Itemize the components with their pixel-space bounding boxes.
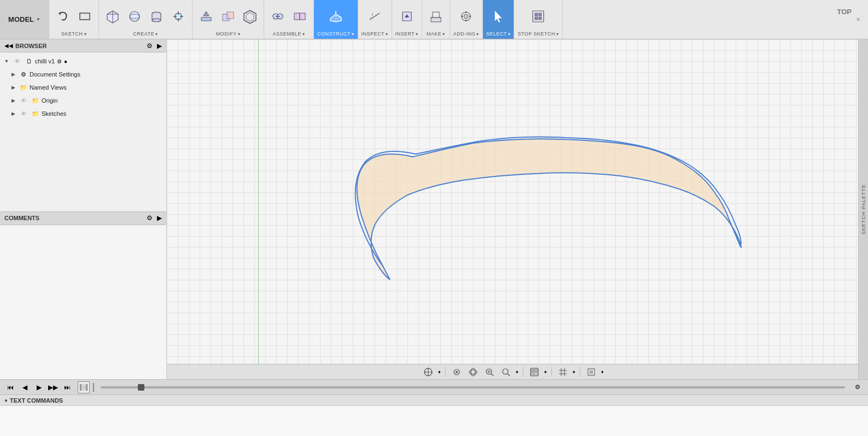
bottom-toolbar: ▾ ▾ ▾ ▾ [167, 364, 858, 379]
tree-item-root[interactable]: ▼ 👁 🗋 chilli v1 ⚙ ● [0, 55, 166, 68]
doc-settings-arrow: ▶ [9, 70, 18, 79]
svg-rect-73 [532, 373, 534, 375]
svg-rect-37 [431, 17, 441, 22]
svg-point-5 [130, 11, 139, 21]
toolbar-addins: ADD-INS ▾ [450, 0, 483, 39]
comments-title: COMMENTS [4, 215, 39, 221]
svg-rect-80 [590, 370, 593, 374]
svg-rect-50 [539, 13, 541, 16]
sketches-label: Sketches [42, 110, 66, 117]
zoom-dropdown[interactable]: ▾ [516, 369, 519, 375]
undo-button[interactable] [53, 3, 73, 30]
create-icons [102, 2, 189, 30]
root-doc-icon: 🗋 [24, 56, 34, 66]
sketches-eye-icon[interactable]: 👁 [19, 109, 28, 119]
toolbar-insert: INSERT ▾ [392, 0, 422, 39]
insert-button[interactable] [397, 3, 417, 30]
sketch-rectangle-button[interactable] [74, 3, 95, 30]
text-commands-body[interactable] [0, 406, 868, 436]
root-eye-icon[interactable]: 👁 [12, 56, 22, 66]
tree-item-origin[interactable]: ▶ 👁 📁 Origin [0, 94, 166, 107]
stop-sketch-icons [528, 2, 549, 30]
look-at-btn[interactable] [450, 366, 463, 379]
tree-item-sketches[interactable]: ▶ 👁 📁 Sketches [0, 107, 166, 120]
timeline-frame-icon[interactable] [78, 381, 90, 393]
create-box-button[interactable] [102, 3, 123, 30]
svg-marker-18 [203, 11, 209, 16]
svg-rect-74 [535, 373, 537, 375]
comments-settings-icon[interactable]: ⚙ [147, 214, 153, 222]
timeline-settings-btn[interactable]: ⚙ [852, 381, 864, 393]
named-views-label: Named Views [30, 84, 67, 91]
make-icons [426, 2, 446, 30]
create-sphere-button[interactable] [124, 3, 145, 30]
display-dropdown[interactable]: ▾ [544, 369, 547, 375]
modify-shell-button[interactable] [240, 3, 260, 30]
timeline-track[interactable] [101, 386, 845, 388]
comments-body [0, 225, 166, 380]
svg-line-69 [508, 374, 510, 376]
grid-dropdown[interactable]: ▾ [573, 369, 575, 375]
display-mode-btn[interactable] [528, 366, 541, 379]
browser-collapse-btn[interactable]: ◀◀ [4, 43, 13, 49]
modify-combine-button[interactable] [218, 3, 238, 30]
named-views-folder-icon: 📁 [19, 83, 28, 92]
create-transform-button[interactable] [168, 3, 189, 30]
right-palette[interactable]: SKETCH PALETTE [858, 39, 868, 379]
model-dropdown-arrow: ▼ [36, 17, 40, 22]
stop-sketch-button[interactable] [528, 3, 549, 30]
inspect-measure-button[interactable]: i [364, 3, 385, 30]
assemble-icons [267, 2, 310, 30]
text-commands-header[interactable]: ● TEXT COMMANDS [0, 395, 868, 406]
canvas-area[interactable]: ▾ ▾ ▾ ▾ [167, 39, 858, 379]
make-button[interactable] [426, 3, 446, 30]
model-section[interactable]: MODEL ▼ [0, 0, 49, 39]
zoom-btn[interactable] [499, 366, 512, 379]
timeline-next-btn[interactable]: ▶▶ [47, 381, 59, 393]
construct-plane-button[interactable] [325, 3, 346, 30]
svg-line-65 [491, 374, 493, 376]
timeline-first-btn[interactable]: ⏮ [4, 381, 16, 393]
root-gear-icon[interactable]: ⚙ [57, 58, 62, 64]
timeline-prev-btn[interactable]: ◀ [19, 381, 31, 393]
toolbar-create: CREATE ▾ [99, 0, 193, 39]
timeline-play-btn[interactable]: ▶ [33, 381, 45, 393]
origin-label: Origin [42, 97, 57, 104]
tree-item-doc-settings[interactable]: ▶ ⚙ Document Settings [0, 68, 166, 81]
nav-dropdown[interactable]: ▾ [438, 369, 441, 375]
timeline-last-btn[interactable]: ⏭ [61, 381, 73, 393]
create-cylinder-button[interactable] [146, 3, 167, 30]
nav-cursor-btn[interactable] [422, 366, 435, 379]
snapping-btn[interactable] [585, 366, 598, 379]
svg-point-42 [464, 14, 468, 19]
modify-press-pull-button[interactable] [196, 3, 217, 30]
model-label: MODEL [8, 15, 34, 23]
select-button[interactable] [488, 3, 509, 30]
text-cmd-bullet: ● [4, 397, 8, 403]
sketch-icons [53, 2, 95, 30]
toolbar-construct: CONSTRUCT ▾ [314, 0, 358, 39]
grid-btn[interactable] [556, 366, 569, 379]
modify-label: MODIFY ▾ [216, 31, 241, 37]
snapping-dropdown[interactable]: ▾ [601, 369, 604, 375]
comments-menu-icon[interactable]: ▶ [157, 214, 162, 222]
assemble-joint-button[interactable] [267, 3, 288, 30]
create-label: CREATE ▾ [133, 31, 158, 37]
timeline-position-marker[interactable] [138, 384, 144, 391]
sketches-arrow: ▶ [9, 109, 18, 118]
root-label: chilli v1 [35, 58, 55, 64]
inspect-icons: i [364, 2, 385, 30]
sketch-label: SKETCH ▾ [61, 31, 86, 37]
browser-settings-icon[interactable]: ⚙ [147, 42, 153, 50]
browser-title: BROWSER [15, 43, 46, 49]
toolbar-select: SELECT ▾ [483, 0, 515, 39]
svg-rect-49 [535, 13, 538, 16]
canvas-grid [167, 39, 858, 379]
orbit-btn[interactable] [467, 366, 480, 379]
tree-item-named-views[interactable]: ▶ 📁 Named Views [0, 81, 166, 94]
origin-eye-icon[interactable]: 👁 [19, 96, 28, 105]
addins-button[interactable] [456, 3, 476, 30]
browser-menu-icon[interactable]: ▶ [157, 42, 162, 50]
zoom-fit-btn[interactable] [483, 366, 496, 379]
assemble-rigid-button[interactable] [289, 3, 310, 30]
